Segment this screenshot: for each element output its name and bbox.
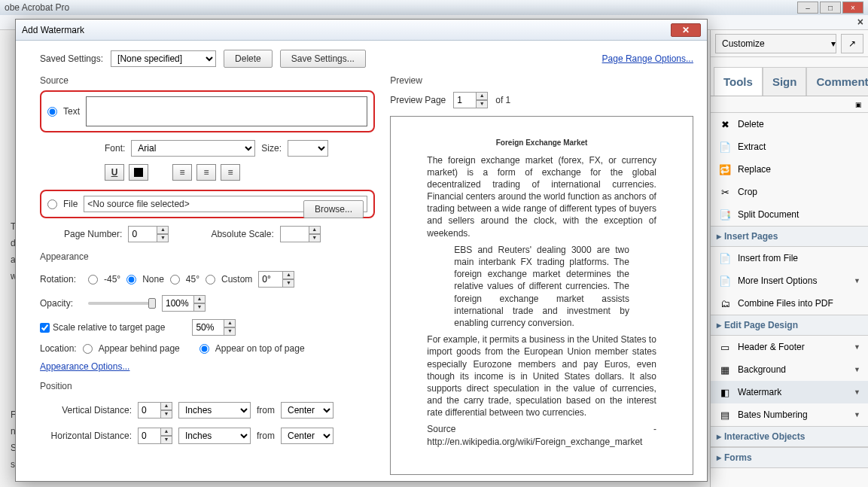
dialog-close-button[interactable]: ✕ xyxy=(671,23,701,37)
size-label: Size: xyxy=(261,143,282,154)
panel-item-delete[interactable]: ✖Delete xyxy=(711,113,868,135)
tab-tools[interactable]: Tools xyxy=(714,67,763,96)
absolute-scale-input[interactable] xyxy=(280,226,309,242)
panel-item-icon: 🔁 xyxy=(718,163,732,176)
panel-item-replace[interactable]: 🔁Replace xyxy=(711,158,868,181)
chevron-down-icon: ▼ xyxy=(854,388,860,396)
opacity-spinner[interactable]: ▲▼ xyxy=(193,295,206,312)
chevron-icon: ▸ xyxy=(717,320,721,330)
panel-item-header-footer[interactable]: ▭Header & Footer▼ xyxy=(711,336,868,358)
scale-spinner[interactable]: ▲▼ xyxy=(224,319,236,336)
customize-button[interactable]: Customize ▾ xyxy=(715,34,836,53)
panel-heading-insert-pages[interactable]: ▸Insert Pages xyxy=(711,226,868,247)
align-center-button[interactable]: ≡ xyxy=(196,164,216,181)
scale-relative-checkbox-wrap[interactable]: Scale relative to target page xyxy=(40,322,165,333)
vertical-distance-input[interactable] xyxy=(138,402,160,419)
panel-item-extract[interactable]: 📄Extract xyxy=(711,135,868,158)
saved-settings-select[interactable]: [None specified] xyxy=(111,50,216,67)
rotation-value-input[interactable] xyxy=(258,271,282,288)
location-ontop-label: Appear on top of page xyxy=(215,343,305,354)
document-close-button[interactable]: × xyxy=(857,16,863,28)
expand-arrow-button[interactable]: ↗ xyxy=(841,34,863,53)
preview-page-input[interactable] xyxy=(453,92,476,108)
panel-heading-edit-page-design[interactable]: ▸Edit Page Design xyxy=(711,315,868,336)
delete-button[interactable]: Delete xyxy=(224,50,273,68)
panel-item-icon: 📄 xyxy=(718,251,732,265)
vdist-spinner[interactable]: ▲▼ xyxy=(160,402,172,419)
panel-item-watermark[interactable]: ◧Watermark▼ xyxy=(711,381,868,403)
panel-collapse-icon[interactable]: ▣ xyxy=(855,101,862,108)
font-select[interactable]: Arial xyxy=(131,140,255,157)
rotation-none-radio[interactable] xyxy=(126,275,136,285)
panel-item-icon: ✖ xyxy=(718,117,732,131)
panel-item-crop[interactable]: ✂Crop xyxy=(711,181,868,203)
panel-item-bates-numbering[interactable]: ▤Bates Numbering▼ xyxy=(711,403,868,426)
panel-item-combine-files-into-pdf[interactable]: 🗂Combine Files into PDF xyxy=(711,292,868,315)
page-number-spinner[interactable]: ▲▼ xyxy=(157,226,169,242)
source-file-radio[interactable] xyxy=(47,199,57,209)
align-left-button[interactable]: ≡ xyxy=(172,164,192,181)
vdist-unit-select[interactable]: Inches xyxy=(178,402,251,419)
add-watermark-dialog: Add Watermark ✕ Saved Settings: [None sp… xyxy=(15,19,708,482)
text-color-button[interactable] xyxy=(129,164,148,181)
scale-relative-checkbox[interactable] xyxy=(40,323,50,333)
panel-item-more-insert-options[interactable]: 📄More Insert Options▼ xyxy=(711,269,868,292)
window-minimize-button[interactable]: – xyxy=(797,2,818,14)
horizontal-distance-label: Horizontal Distance: xyxy=(40,431,132,441)
panel-item-split-document[interactable]: 📑Split Document xyxy=(711,203,868,226)
slider-thumb[interactable] xyxy=(148,298,156,309)
rotation-spinner[interactable]: ▲▼ xyxy=(282,271,294,288)
window-maximize-button[interactable]: □ xyxy=(820,2,841,14)
opacity-slider[interactable] xyxy=(88,302,156,305)
opacity-value-input[interactable] xyxy=(162,295,193,312)
chevron-icon: ▸ xyxy=(717,231,721,242)
hdist-ref-select[interactable]: Center xyxy=(281,428,333,444)
appearance-options-link[interactable]: Appearance Options... xyxy=(40,361,375,372)
panel-item-background[interactable]: ▦Background▼ xyxy=(711,358,868,381)
window-close-button[interactable]: × xyxy=(842,2,863,14)
align-right-button[interactable]: ≡ xyxy=(221,164,240,181)
panel-item-label: Combine Files into PDF xyxy=(738,298,833,309)
rotation-custom-radio[interactable] xyxy=(206,275,215,285)
dialog-titlebar: Add Watermark ✕ xyxy=(16,20,707,41)
rotation-n45-radio[interactable] xyxy=(88,275,98,285)
browse-button[interactable]: Browse... xyxy=(303,200,364,218)
panel-item-label: Header & Footer xyxy=(738,342,805,352)
tab-comment[interactable]: Comment xyxy=(806,67,868,96)
preview-of-label: of 1 xyxy=(495,95,510,105)
tab-sign[interactable]: Sign xyxy=(763,67,807,96)
panel-heading-interactive-objects[interactable]: ▸Interactive Objects xyxy=(711,426,868,447)
panel-item-label: Bates Numbering xyxy=(738,409,808,420)
horizontal-distance-input[interactable] xyxy=(138,428,160,444)
chevron-down-icon: ▼ xyxy=(854,411,860,419)
vdist-ref-select[interactable]: Center xyxy=(281,402,333,419)
panel-item-icon: ✂ xyxy=(718,185,732,199)
rotation-p45-radio[interactable] xyxy=(170,275,180,285)
page-number-input[interactable] xyxy=(128,226,157,242)
location-behind-radio[interactable] xyxy=(83,344,93,354)
watermark-text-input[interactable] xyxy=(86,96,367,126)
page-range-options-link[interactable]: Page Range Options... xyxy=(602,53,693,64)
preview-page-spinner[interactable]: ▲▼ xyxy=(476,92,488,108)
panel-item-insert-from-file[interactable]: 📄Insert from File xyxy=(711,247,868,269)
hdist-from-label: from xyxy=(257,431,275,441)
location-behind-label: Appear behind page xyxy=(99,343,180,354)
preview-page-label: Preview Page xyxy=(390,95,446,105)
hdist-unit-select[interactable]: Inches xyxy=(178,428,251,444)
vdist-from-label: from xyxy=(257,405,275,415)
scale-value-input[interactable] xyxy=(192,319,224,336)
panel-item-icon: 🗂 xyxy=(718,297,732,310)
hdist-spinner[interactable]: ▲▼ xyxy=(160,428,172,444)
absolute-scale-spinner[interactable]: ▲▼ xyxy=(309,226,321,242)
saved-settings-label: Saved Settings: xyxy=(40,53,103,64)
source-text-radio[interactable] xyxy=(47,107,57,117)
save-settings-button[interactable]: Save Settings... xyxy=(280,50,366,68)
rotation-none-label: None xyxy=(142,274,164,285)
panel-item-icon: ▤ xyxy=(718,408,732,422)
panel-item-label: Replace xyxy=(738,164,771,175)
underline-button[interactable]: U xyxy=(105,164,124,181)
panel-heading-forms[interactable]: ▸Forms xyxy=(711,447,868,468)
size-select[interactable] xyxy=(288,140,328,157)
align-center-icon: ≡ xyxy=(203,167,209,178)
location-ontop-radio[interactable] xyxy=(199,344,209,354)
